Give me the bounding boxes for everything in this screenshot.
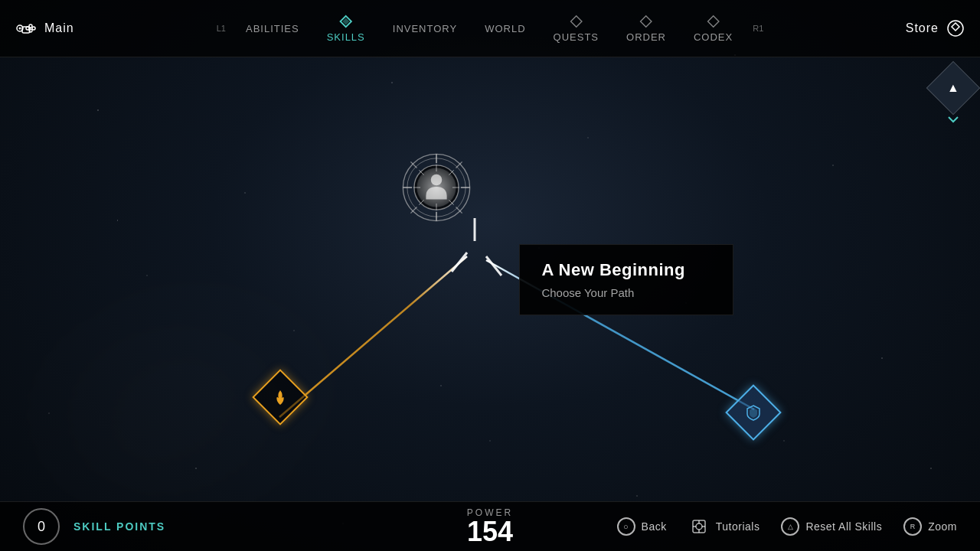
bottom-center: POWER 154 bbox=[467, 507, 513, 546]
inventory-label: Inventory bbox=[393, 23, 457, 34]
back-button-icon: ○ bbox=[617, 517, 635, 536]
l1-hint: L1 bbox=[217, 24, 226, 33]
skill-points-badge: 0 bbox=[23, 508, 60, 545]
bottom-left: 0 SKILL POINTS bbox=[23, 508, 165, 545]
nav-item-quests[interactable]: Quests bbox=[543, 8, 609, 49]
zoom-action[interactable]: R Zoom bbox=[903, 517, 957, 536]
abilities-label: Abilities bbox=[246, 23, 299, 34]
r1-hint: R1 bbox=[753, 24, 763, 33]
blue-node-diamond[interactable] bbox=[725, 384, 782, 441]
navigation-bar: Main L1 Abilities Skills Inventory World bbox=[0, 0, 980, 57]
reset-skills-action[interactable]: △ Reset All Skills bbox=[781, 517, 882, 536]
tutorials-action[interactable]: Tutorials bbox=[688, 516, 760, 537]
flame-icon bbox=[271, 388, 289, 406]
nav-item-skills[interactable]: Skills bbox=[316, 8, 376, 49]
skills-label: Skills bbox=[327, 31, 365, 43]
center-node-decoration bbox=[398, 145, 475, 230]
arrow-up-icon: ▲ bbox=[947, 81, 959, 95]
svg-line-19 bbox=[486, 256, 501, 276]
svg-marker-11 bbox=[707, 15, 718, 26]
skill-points-value: 0 bbox=[38, 519, 45, 535]
orange-node-diamond[interactable] bbox=[252, 369, 309, 425]
back-label: Back bbox=[642, 520, 667, 533]
skills-diamond-icon bbox=[339, 15, 353, 28]
power-value: 154 bbox=[467, 518, 513, 546]
store-icon bbox=[946, 19, 965, 37]
nav-right: Store bbox=[906, 19, 965, 37]
controller-icon bbox=[15, 18, 37, 39]
world-label: World bbox=[485, 23, 525, 34]
nav-left: Main bbox=[15, 18, 74, 39]
tooltip-subtitle: Choose Your Path bbox=[541, 286, 711, 299]
nav-item-order[interactable]: Order bbox=[616, 8, 677, 49]
svg-point-3 bbox=[32, 27, 35, 30]
zoom-label: Zoom bbox=[928, 520, 957, 533]
bottom-right: ○ Back Tutorials △ Reset All Skills R Zo… bbox=[617, 516, 957, 537]
svg-line-17 bbox=[452, 253, 467, 272]
main-label: Main bbox=[44, 21, 74, 35]
side-arrows: ▲ bbox=[934, 69, 972, 129]
orange-branch-node[interactable] bbox=[260, 377, 300, 417]
store-label: Store bbox=[906, 21, 939, 35]
orange-node-inner bbox=[269, 386, 292, 409]
blue-branch-node[interactable] bbox=[733, 393, 773, 432]
svg-point-43 bbox=[696, 523, 702, 530]
nav-item-inventory[interactable]: Inventory bbox=[382, 17, 468, 41]
svg-marker-13 bbox=[952, 23, 959, 31]
skill-points-container: 0 SKILL POINTS bbox=[23, 508, 165, 545]
nav-item-codex[interactable]: Codex bbox=[683, 8, 743, 49]
svg-point-41 bbox=[416, 167, 458, 209]
order-label: Order bbox=[626, 31, 666, 43]
skill-points-label: SKILL POINTS bbox=[74, 520, 165, 533]
blue-node-inner bbox=[742, 401, 765, 424]
center-node[interactable] bbox=[398, 149, 475, 226]
bottom-bar: 0 SKILL POINTS POWER 154 ○ Back Tutorial… bbox=[0, 501, 980, 551]
skill-tree-area: A New Beginning Choose Your Path bbox=[0, 57, 980, 501]
tooltip-title: A New Beginning bbox=[541, 260, 711, 280]
codex-label: Codex bbox=[694, 31, 733, 43]
reset-label: Reset All Skills bbox=[805, 520, 882, 533]
tutorials-label: Tutorials bbox=[716, 520, 760, 533]
codex-diamond-icon bbox=[707, 15, 720, 28]
svg-marker-10 bbox=[641, 15, 652, 26]
nav-item-abilities[interactable]: Abilities bbox=[235, 17, 310, 41]
nav-item-world[interactable]: World bbox=[474, 17, 536, 41]
quests-diamond-icon bbox=[569, 15, 583, 28]
skill-tree-lines bbox=[0, 57, 980, 501]
order-diamond-icon bbox=[639, 15, 653, 28]
svg-line-16 bbox=[279, 256, 467, 417]
reset-button-icon: △ bbox=[781, 517, 799, 536]
svg-marker-9 bbox=[570, 15, 581, 26]
nav-center: L1 Abilities Skills Inventory World Ques bbox=[217, 8, 764, 49]
tutorials-icon bbox=[688, 516, 710, 537]
svg-point-1 bbox=[19, 28, 21, 30]
quests-label: Quests bbox=[554, 31, 599, 43]
center-node-container bbox=[398, 149, 475, 226]
chevron-down-icon bbox=[947, 116, 959, 123]
arrow-up-button[interactable]: ▲ bbox=[926, 61, 980, 116]
back-action[interactable]: ○ Back bbox=[617, 517, 667, 536]
zoom-button-icon: R bbox=[903, 517, 922, 536]
skill-tooltip: A New Beginning Choose Your Path bbox=[519, 244, 733, 315]
shield-icon bbox=[745, 404, 762, 421]
